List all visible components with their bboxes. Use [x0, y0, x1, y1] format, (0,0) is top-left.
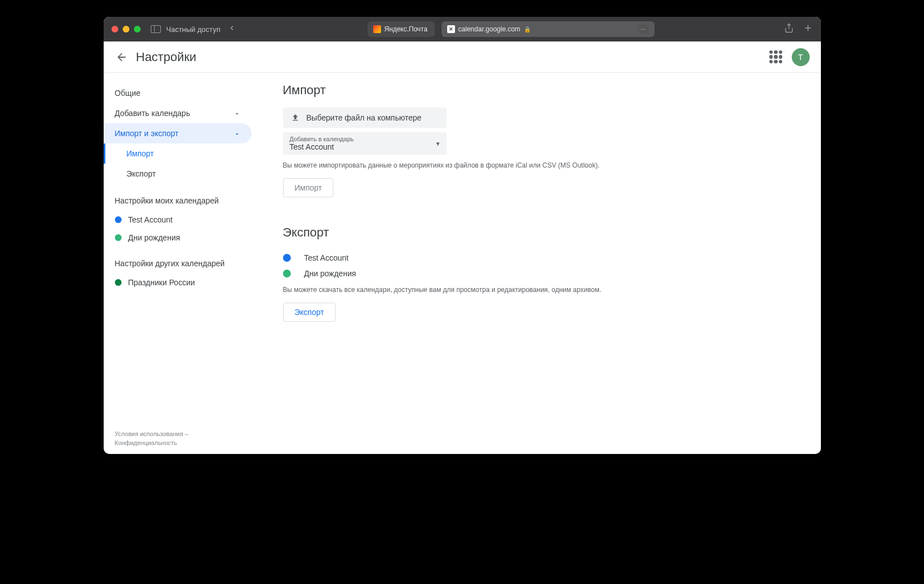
nav-import-export[interactable]: Импорт и экспорт	[104, 123, 252, 143]
my-calendar-test-account[interactable]: Test Account	[104, 211, 261, 229]
settings-sidebar: Общие Добавить календарь Импорт и экспор…	[104, 73, 261, 454]
calendar-color-dot	[115, 216, 122, 223]
export-button[interactable]: Экспорт	[283, 303, 336, 322]
new-tab-icon[interactable]	[803, 23, 813, 35]
minimize-window-button[interactable]	[123, 26, 129, 33]
sidebar-toggle-icon[interactable]	[151, 25, 161, 33]
import-help-text: Вы можете импортировать данные о меропри…	[283, 160, 798, 170]
browser-actions	[784, 23, 813, 35]
browser-chrome: Частный доступ Яндекс.Почта ✕ calendar.g…	[104, 17, 821, 41]
tab-yandex-mail[interactable]: Яндекс.Почта	[368, 21, 435, 37]
export-calendar-birthdays: Дни рождения	[283, 266, 798, 281]
export-section: Экспорт Test Account Дни рождения Вы мож…	[283, 225, 798, 322]
import-section: Импорт Выберите файл на компьютере Добав…	[283, 83, 798, 197]
nav-export[interactable]: Экспорт	[104, 164, 261, 184]
nav-general[interactable]: Общие	[104, 83, 252, 103]
nav-add-calendar[interactable]: Добавить календарь	[104, 103, 252, 123]
select-label: Добавить в календарь	[290, 136, 440, 142]
footer-links: Условия использования – Конфиденциальнос…	[115, 430, 188, 447]
calendar-label: Дни рождения	[128, 233, 180, 242]
calendar-color-dot	[283, 254, 291, 262]
lock-icon: 🔒	[524, 26, 531, 33]
calendar-color-dot	[115, 279, 122, 286]
chevron-down-icon	[234, 110, 240, 117]
share-icon[interactable]	[784, 23, 794, 35]
dropdown-caret-icon: ▼	[435, 141, 441, 147]
footer-dash: –	[183, 430, 188, 437]
yandex-favicon	[373, 25, 381, 33]
import-button[interactable]: Импорт	[283, 178, 334, 197]
export-help-text: Вы можете скачать все календари, доступн…	[283, 285, 798, 295]
tab-url: calendar.google.com	[458, 25, 521, 33]
export-calendar-test-account: Test Account	[283, 250, 798, 266]
browser-back-button[interactable]	[226, 24, 238, 34]
maximize-window-button[interactable]	[134, 26, 141, 33]
calendar-label: Test Account	[128, 215, 173, 224]
main-panel: Импорт Выберите файл на компьютере Добав…	[261, 73, 821, 454]
google-apps-button[interactable]	[769, 50, 783, 64]
tab-google-calendar[interactable]: ✕ calendar.google.com 🔒 ⋯	[442, 21, 654, 37]
import-title: Импорт	[283, 83, 798, 98]
file-picker-label: Выберите файл на компьютере	[307, 113, 422, 122]
other-calendar-russian-holidays[interactable]: Праздники России	[104, 274, 261, 291]
export-title: Экспорт	[283, 225, 798, 240]
terms-link[interactable]: Условия использования	[115, 430, 183, 437]
nav-label: Общие	[115, 89, 141, 98]
nav-label: Экспорт	[127, 169, 156, 178]
nav-label: Добавить календарь	[115, 109, 191, 118]
page-title: Настройки	[136, 50, 197, 64]
browser-window: Частный доступ Яндекс.Почта ✕ calendar.g…	[104, 17, 821, 454]
calendar-label: Праздники России	[128, 278, 195, 287]
select-value: Test Account	[290, 142, 440, 151]
back-arrow-button[interactable]	[115, 50, 128, 64]
file-picker-button[interactable]: Выберите файл на компьютере	[283, 108, 447, 128]
calendar-color-dot	[115, 234, 122, 241]
browser-tabs: Яндекс.Почта ✕ calendar.google.com 🔒 ⋯	[244, 21, 778, 37]
calendar-label: Дни рождения	[304, 269, 356, 278]
avatar[interactable]: T	[792, 48, 810, 66]
tab-more-icon[interactable]: ⋯	[638, 24, 649, 35]
add-to-calendar-select[interactable]: Добавить в календарь Test Account ▼	[283, 132, 447, 155]
my-calendars-header: Настройки моих календарей	[104, 184, 261, 211]
other-calendars-header: Настройки других календарей	[104, 247, 261, 274]
nav-label: Импорт	[127, 149, 154, 158]
tab-label: Яндекс.Почта	[384, 25, 428, 33]
calendar-color-dot	[283, 270, 291, 277]
app-header: Настройки T	[104, 41, 821, 73]
calendar-label: Test Account	[304, 253, 349, 262]
content: Общие Добавить календарь Импорт и экспор…	[104, 73, 821, 454]
upload-icon	[291, 113, 300, 122]
my-calendar-birthdays[interactable]: Дни рождения	[104, 229, 261, 247]
close-window-button[interactable]	[112, 26, 118, 33]
chevron-up-icon	[234, 130, 240, 137]
traffic-lights	[112, 26, 141, 33]
private-mode-label: Частный доступ	[166, 25, 221, 34]
calendar-favicon: ✕	[447, 25, 455, 33]
privacy-link[interactable]: Конфиденциальность	[115, 439, 178, 446]
nav-import[interactable]: Импорт	[104, 143, 261, 164]
nav-label: Импорт и экспорт	[115, 129, 179, 138]
